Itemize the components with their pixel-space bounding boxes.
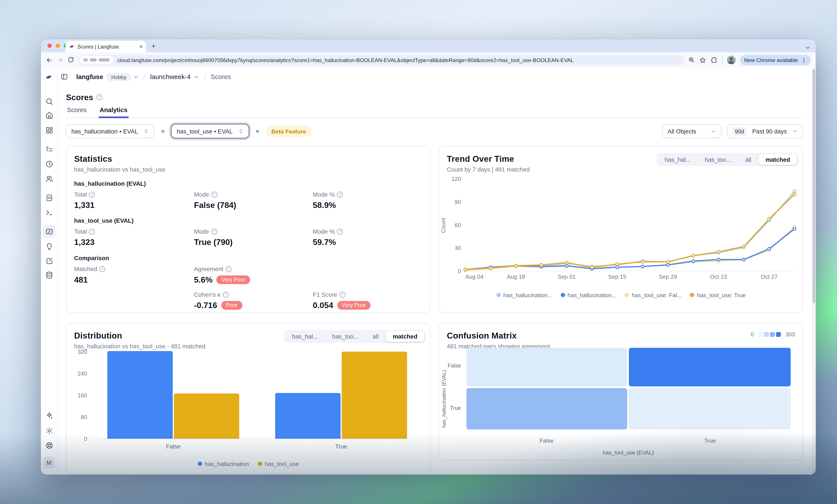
metric-info-icon[interactable]: ? bbox=[226, 266, 232, 272]
confusion-cell-False-False[interactable] bbox=[466, 348, 627, 387]
metric-info-icon[interactable]: ? bbox=[337, 191, 343, 198]
sidebar-home-icon[interactable] bbox=[42, 108, 56, 122]
legend-item[interactable]: has_hallucination bbox=[198, 461, 249, 467]
sidebar-sessions-clock-icon[interactable] bbox=[42, 157, 56, 170]
scale-max: 303 bbox=[786, 331, 795, 337]
chrome-update-pill[interactable]: New Chrome available ⋮ bbox=[740, 55, 811, 65]
f1-rating-badge: Very Poor bbox=[337, 301, 371, 310]
sidebar-whats-new-sparkle-icon[interactable] bbox=[42, 409, 56, 422]
confusion-cell-True-False[interactable] bbox=[466, 388, 627, 430]
project-name[interactable]: launchweek-4 bbox=[150, 73, 191, 80]
tab-search-icon[interactable] bbox=[805, 42, 811, 52]
confusion-x-axis-label: has_tool_use (EVAL) bbox=[603, 450, 654, 456]
address-bar[interactable]: cloud.langfuse.com/project/cmhnuoj660070… bbox=[78, 55, 684, 65]
site-info-chip[interactable] bbox=[79, 56, 113, 64]
page-info-icon[interactable]: ? bbox=[96, 94, 103, 100]
breadcrumb-separator: / bbox=[203, 73, 207, 81]
extensions-puzzle-icon[interactable] bbox=[710, 56, 717, 63]
sidebar-annotation-icon[interactable] bbox=[42, 254, 56, 267]
sidebar-search-icon[interactable] bbox=[42, 95, 56, 108]
segment-matched[interactable]: matched bbox=[758, 154, 797, 165]
legend-dot bbox=[496, 293, 501, 297]
metric-info-icon[interactable]: ? bbox=[211, 228, 217, 235]
score1-select[interactable]: has_hallucination • EVAL bbox=[66, 124, 155, 138]
chevron-down-icon bbox=[710, 128, 716, 134]
account-avatar[interactable]: M bbox=[43, 457, 55, 469]
sidebar-playground-terminal-icon[interactable] bbox=[42, 206, 56, 219]
tab-analytics[interactable]: Analytics bbox=[99, 107, 129, 117]
score2-remove-button[interactable]: × bbox=[254, 127, 261, 135]
org-name[interactable]: langfuse bbox=[76, 73, 103, 80]
window-minimize-button[interactable] bbox=[56, 43, 60, 48]
trend-subtitle: Count by 7 days | 481 matched bbox=[447, 166, 795, 173]
legend-item[interactable]: has_tool_use: Fal... bbox=[625, 292, 682, 298]
browser-tab[interactable]: Scores | Langfuse × bbox=[66, 41, 146, 53]
org-chevron-down-icon[interactable] bbox=[133, 74, 138, 79]
metric-info-icon[interactable]: ? bbox=[339, 292, 345, 298]
score1-remove-button[interactable]: × bbox=[159, 127, 166, 135]
metric-info-icon[interactable]: ? bbox=[222, 292, 229, 298]
segment-score2[interactable]: has_too... bbox=[698, 154, 738, 165]
segment-score2[interactable]: has_too... bbox=[325, 331, 366, 342]
sidebar-evaluators-lightbulb-icon[interactable] bbox=[42, 240, 56, 253]
score2-select[interactable]: has_tool_use • EVAL bbox=[171, 124, 249, 138]
sidebar-settings-gear-icon[interactable] bbox=[42, 424, 56, 437]
legend-item[interactable]: has_tool_use: True bbox=[690, 292, 746, 298]
object-type-select[interactable]: All Objects bbox=[662, 124, 721, 138]
sidebar-scores-icon[interactable] bbox=[42, 225, 56, 238]
legend-item[interactable]: has_hallucination... bbox=[496, 292, 552, 298]
legend-item[interactable]: has_tool_use bbox=[257, 461, 299, 467]
redacted-block bbox=[90, 58, 96, 62]
filter-row: has_hallucination • EVAL × has_tool_use … bbox=[66, 124, 803, 138]
segment-all[interactable]: all bbox=[366, 331, 386, 342]
bar-has_hallucination-True[interactable] bbox=[275, 393, 341, 439]
segment-all[interactable]: all bbox=[738, 154, 759, 165]
metric-info-icon[interactable]: ? bbox=[89, 228, 95, 235]
tab-scores[interactable]: Scores bbox=[66, 107, 88, 117]
trend-legend: has_hallucination...has_hallucination...… bbox=[439, 292, 803, 298]
sidebar-datasets-database-icon[interactable] bbox=[42, 268, 56, 281]
legend-item[interactable]: has_hallucination... bbox=[560, 292, 617, 298]
metric-matched: Matched? 481 bbox=[74, 266, 194, 284]
segment-score1[interactable]: has_hal... bbox=[658, 154, 698, 165]
sidebar-prompts-icon[interactable] bbox=[42, 191, 56, 204]
chrome-menu-kebab-icon[interactable]: ⋮ bbox=[801, 57, 806, 63]
tab-title: Scores | Langfuse bbox=[77, 43, 137, 50]
bar-has_hallucination-False[interactable] bbox=[107, 351, 173, 439]
zoom-page-icon[interactable] bbox=[688, 57, 695, 63]
scrollbar-thumb[interactable] bbox=[813, 69, 815, 303]
bar-has_tool_use-True[interactable] bbox=[342, 352, 407, 439]
sidebar-tracing-icon[interactable] bbox=[42, 143, 56, 156]
profile-avatar[interactable] bbox=[727, 56, 735, 64]
new-tab-button[interactable]: + bbox=[152, 42, 156, 50]
baseline bbox=[90, 439, 409, 439]
reload-button[interactable] bbox=[68, 57, 74, 63]
sidebar-users-icon[interactable] bbox=[42, 172, 56, 185]
sidebar-support-lifebuoy-icon[interactable] bbox=[42, 439, 56, 452]
window-close-button[interactable] bbox=[48, 43, 52, 48]
page-scrollbar[interactable] bbox=[812, 68, 816, 474]
sidebar-toggle-icon[interactable] bbox=[60, 73, 68, 80]
y-tick: 160 bbox=[77, 392, 87, 398]
bookmark-star-icon[interactable] bbox=[699, 56, 706, 63]
confusion-cell-True-True[interactable] bbox=[629, 388, 791, 430]
window-zoom-button[interactable] bbox=[64, 43, 68, 48]
metric-info-icon[interactable]: ? bbox=[100, 266, 106, 272]
metric-info-icon[interactable]: ? bbox=[337, 228, 343, 235]
bar-has_tool_use-False[interactable] bbox=[174, 394, 239, 439]
metric-info-icon[interactable]: ? bbox=[89, 191, 95, 198]
segment-matched[interactable]: matched bbox=[386, 331, 424, 342]
tab-close-icon[interactable]: × bbox=[139, 43, 143, 50]
confusion-cell-False-True[interactable] bbox=[629, 348, 791, 387]
agreement-rating-badge: Very Poor bbox=[216, 275, 250, 284]
date-range-select[interactable]: 90d Past 90 days bbox=[727, 124, 803, 138]
app-body: M Scores ? Scores Analytics has_hallucin… bbox=[41, 86, 816, 474]
distribution-title: Distribution bbox=[74, 331, 423, 341]
project-chevron-down-icon[interactable] bbox=[194, 74, 199, 79]
metric-info-icon[interactable]: ? bbox=[211, 191, 217, 198]
svg-text:Sep 01: Sep 01 bbox=[557, 274, 576, 280]
sidebar-dashboards-icon[interactable] bbox=[42, 124, 56, 137]
forward-button[interactable] bbox=[57, 56, 64, 63]
back-button[interactable] bbox=[46, 56, 53, 63]
segment-score1[interactable]: has_hal... bbox=[285, 331, 325, 342]
